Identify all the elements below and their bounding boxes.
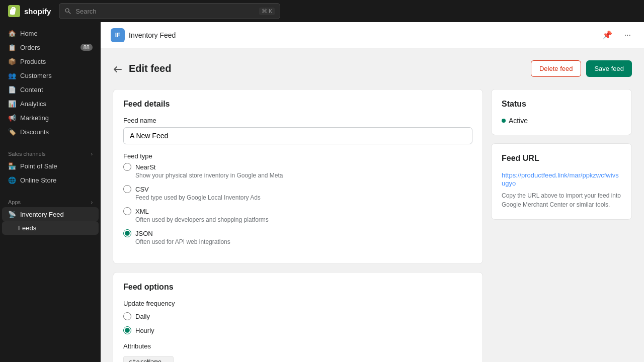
analytics-icon: 📊 [8, 100, 16, 108]
radio-nearst-desc: Show your physical store inventory in Go… [123, 172, 472, 179]
search-shortcut: ⌘ K [259, 8, 275, 15]
feed-details-title: Feed details [123, 100, 472, 109]
sidebar-item-label: Discounts [20, 128, 49, 136]
sidebar-item-marketing[interactable]: 📢 Marketing [2, 111, 99, 125]
feed-url-card-title: Feed URL [502, 154, 621, 163]
apps-label: Apps › [0, 195, 101, 207]
logo: shopify [8, 5, 51, 17]
channel-icon: IF [111, 28, 125, 42]
radio-label-daily[interactable]: Daily [123, 312, 472, 320]
update-frequency-label: Update frequency [123, 300, 472, 307]
radio-hourly[interactable] [123, 326, 131, 334]
content-icon: 📄 [8, 85, 16, 94]
attributes-group: Attributes storeName ✏️ id ✏️ [123, 342, 472, 362]
sidebar-item-label: Products [20, 58, 46, 65]
radio-json[interactable] [123, 229, 131, 237]
delete-feed-button[interactable]: Delete feed [531, 60, 582, 77]
sidebar-item-orders[interactable]: 📋 Orders 88 [2, 40, 99, 54]
radio-option-daily: Daily [123, 312, 472, 320]
radio-label-json[interactable]: JSON [123, 229, 472, 237]
sidebar-item-products[interactable]: 📦 Products [2, 54, 99, 68]
radio-option-xml: XML Often used by developers and shoppin… [123, 207, 472, 223]
feed-name-input[interactable] [123, 127, 472, 144]
sidebar-item-customers[interactable]: 👥 Customers [2, 68, 99, 82]
more-button[interactable]: ··· [621, 29, 634, 42]
sidebar-item-label: Marketing [20, 114, 49, 122]
sidebar-item-label: Analytics [20, 100, 46, 108]
sidebar-item-label: Orders [20, 44, 40, 51]
feed-type-label: Feed type [123, 152, 472, 160]
search-input[interactable] [75, 8, 255, 15]
attribute-storeName-edit[interactable]: ✏️ [165, 359, 168, 363]
search-icon [64, 8, 71, 15]
status-card: Status Active [491, 89, 632, 135]
discounts-icon: 🏷️ [8, 128, 16, 136]
sidebar-item-online-store[interactable]: 🌐 Online Store [2, 173, 99, 187]
inventory-feed-icon: 📡 [8, 210, 16, 218]
sidebar-item-discounts[interactable]: 🏷️ Discounts [2, 125, 99, 139]
sidebar-main-section: 🏠 Home 📋 Orders 88 📦 Products 👥 Customer… [0, 22, 101, 143]
sidebar-sub-item-feeds[interactable]: Feeds [2, 221, 99, 235]
feed-url-desc: Copy the URL above to import your feed i… [502, 191, 621, 209]
search-input-wrap[interactable]: ⌘ K [59, 3, 280, 19]
sidebar-item-inventory-feed[interactable]: 📡 Inventory Feed [2, 207, 99, 221]
radio-hourly-text: Hourly [135, 327, 154, 334]
radio-option-json: JSON Often used for API web integrations [123, 229, 472, 245]
feed-options-title: Feed options [123, 283, 472, 292]
sidebar-item-label: Online Store [20, 176, 56, 184]
expand-icon[interactable]: › [91, 151, 93, 157]
feed-type-group: Feed type NearSt Show your physical stor… [123, 152, 472, 245]
apps-expand-icon[interactable]: › [91, 200, 93, 205]
feed-url-link[interactable]: https://productfeed.link/mar/ppkzwcfwivs… [502, 171, 619, 187]
radio-xml-text: XML [135, 208, 149, 215]
attributes-label: Attributes [123, 342, 472, 350]
orders-badge: 88 [80, 44, 93, 51]
channel-title: IF Inventory Feed [111, 28, 176, 42]
radio-option-csv: CSV Feed type used by Google Local Inven… [123, 185, 472, 201]
sidebar-apps-section: Apps › 📡 Inventory Feed Feeds [0, 191, 101, 239]
sidebar-item-point-of-sale[interactable]: 🏪 Point of Sale [2, 159, 99, 173]
status-dot [502, 119, 506, 123]
radio-csv[interactable] [123, 185, 131, 193]
channel-actions: 📌 ··· [599, 28, 634, 42]
save-feed-button[interactable]: Save feed [586, 60, 632, 77]
topbar: shopify ⌘ K [0, 0, 644, 22]
products-icon: 📦 [8, 57, 16, 65]
sidebar-item-label: Home [20, 30, 38, 37]
sidebar-item-content[interactable]: 📄 Content [2, 82, 99, 97]
home-icon: 🏠 [8, 29, 16, 37]
radio-option-nearst: NearSt Show your physical store inventor… [123, 163, 472, 179]
logo-text: shopify [24, 7, 51, 16]
feed-name-group: Feed name [123, 117, 472, 144]
sidebar-sales-channels-section: Sales channels › 🏪 Point of Sale 🌐 Onlin… [0, 143, 101, 191]
sidebar-item-analytics[interactable]: 📊 Analytics [2, 97, 99, 111]
apps-label-text: Apps [8, 199, 21, 205]
status-label: Active [509, 117, 528, 125]
feed-details-card: Feed details Feed name Feed type [113, 89, 483, 264]
sidebar-item-label: Point of Sale [20, 162, 57, 170]
radio-label-xml[interactable]: XML [123, 207, 472, 215]
radio-daily[interactable] [123, 312, 131, 320]
main-content: IF Inventory Feed 📌 ··· Edit feed Delete [101, 22, 644, 362]
shopify-logo-icon [8, 5, 20, 17]
radio-csv-text: CSV [135, 186, 149, 193]
channel-title-text: Inventory Feed [129, 31, 176, 39]
main-column: Feed details Feed name Feed type [113, 89, 483, 362]
sidebar-item-home[interactable]: 🏠 Home [2, 26, 99, 40]
attributes-list: storeName ✏️ id ✏️ title ✏️ [123, 356, 472, 362]
search-bar: ⌘ K [59, 3, 280, 19]
radio-label-hourly[interactable]: Hourly [123, 326, 472, 334]
orders-icon: 📋 [8, 43, 16, 51]
radio-xml[interactable] [123, 207, 131, 215]
radio-xml-desc: Often used by developers and shopping pl… [123, 216, 472, 223]
radio-nearst[interactable] [123, 163, 131, 171]
radio-label-nearst[interactable]: NearSt [123, 163, 472, 171]
page-actions: Delete feed Save feed [531, 60, 632, 77]
radio-label-csv[interactable]: CSV [123, 185, 472, 193]
sidebar: 🏠 Home 📋 Orders 88 📦 Products 👥 Customer… [0, 22, 101, 362]
back-button[interactable] [113, 64, 123, 74]
online-store-icon: 🌐 [8, 176, 16, 184]
radio-daily-text: Daily [135, 313, 150, 320]
page-header-left: Edit feed [113, 63, 171, 74]
pin-button[interactable]: 📌 [599, 28, 615, 42]
